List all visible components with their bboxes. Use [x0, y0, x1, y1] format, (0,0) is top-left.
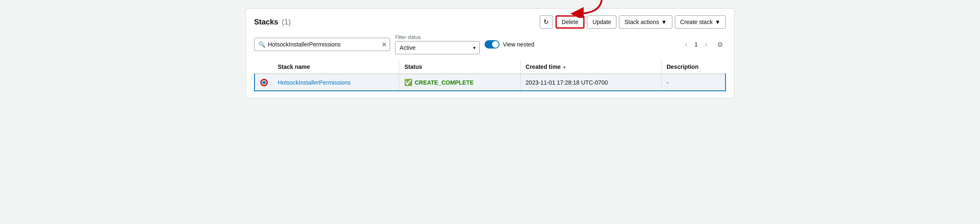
col-created-time: Created time ▼	[520, 60, 661, 74]
table-settings-button[interactable]: ⚙	[714, 39, 726, 50]
row-radio[interactable]	[260, 79, 268, 86]
refresh-icon: ↻	[543, 18, 549, 26]
status-cell: ✅ CREATE_COMPLETE	[399, 74, 520, 91]
created-time-cell: 2023-11-01 17:28:18 UTC-0700	[520, 74, 661, 91]
stacks-panel: Stacks (1) ↻ Delete Update	[245, 8, 735, 98]
create-stack-button[interactable]: Create stack ▼	[675, 15, 726, 29]
stack-name-cell: HotsockInstallerPermissions	[273, 74, 399, 91]
stack-actions-chevron-icon: ▼	[661, 19, 667, 25]
view-nested-toggle[interactable]	[485, 40, 500, 49]
search-input[interactable]	[254, 38, 390, 51]
refresh-button[interactable]: ↻	[540, 15, 553, 29]
filter-status-group: Filter status Active All CREATE_COMPLETE…	[395, 34, 480, 54]
stack-actions-button[interactable]: Stack actions ▼	[619, 15, 672, 29]
toggle-knob	[492, 41, 499, 48]
filter-status-label: Filter status	[395, 34, 480, 40]
status-select-wrapper: Active All CREATE_COMPLETE DELETE_COMPLE…	[395, 41, 480, 54]
header-row: Stacks (1) ↻ Delete Update	[254, 15, 726, 29]
pagination: ‹ 1 › ⚙	[680, 39, 726, 50]
search-clear-button[interactable]: ✕	[381, 41, 387, 49]
view-nested-label: View nested	[503, 41, 534, 48]
next-page-button[interactable]: ›	[700, 39, 712, 50]
table-row: HotsockInstallerPermissions ✅ CREATE_COM…	[255, 74, 725, 91]
page-number: 1	[694, 41, 698, 48]
status-complete-icon: ✅	[404, 78, 412, 86]
search-wrapper: 🔍 ✕	[254, 38, 390, 51]
col-stack-name: Stack name	[273, 60, 399, 74]
row-select-cell[interactable]	[255, 74, 273, 91]
create-stack-chevron-icon: ▼	[715, 19, 720, 25]
col-select	[255, 60, 273, 74]
sort-icon: ▼	[563, 65, 567, 70]
col-description: Description	[661, 60, 725, 74]
col-status: Status	[399, 60, 520, 74]
status-badge: ✅ CREATE_COMPLETE	[404, 78, 515, 86]
description-cell: -	[661, 74, 725, 91]
radio-inner-dot	[262, 81, 266, 84]
delete-button[interactable]: Delete	[555, 15, 585, 29]
table-header-row: Stack name Status Created time ▼ Descrip…	[255, 60, 725, 74]
toolbar: ↻ Delete Update Stack actions ▼ Create s…	[540, 15, 726, 29]
prev-page-button[interactable]: ‹	[680, 39, 692, 50]
status-select[interactable]: Active All CREATE_COMPLETE DELETE_COMPLE…	[395, 41, 480, 54]
stack-name-link[interactable]: HotsockInstallerPermissions	[278, 79, 351, 86]
view-nested-group: View nested	[485, 40, 534, 49]
stacks-table: Stack name Status Created time ▼ Descrip…	[254, 60, 726, 91]
filter-row: 🔍 ✕ Filter status Active All CREATE_COMP…	[254, 34, 726, 54]
page-title: Stacks (1)	[254, 18, 291, 27]
update-button[interactable]: Update	[587, 15, 616, 29]
search-icon: 🔍	[258, 41, 265, 48]
